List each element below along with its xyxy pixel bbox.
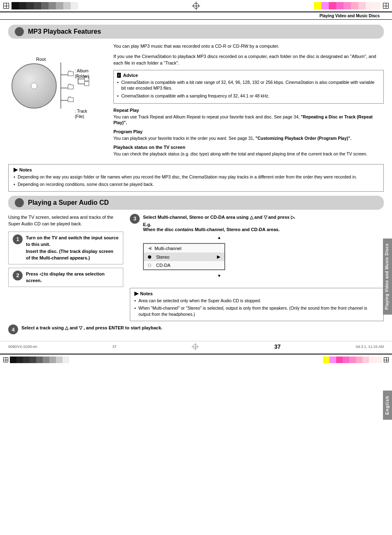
step3-container: 3 Select Multi-channel, Stereo or CD-DA … — [130, 214, 384, 285]
playback-status-section: Playback status on the TV screen You can… — [113, 145, 384, 157]
step4-content: Select a track using △ and ▽ , and press… — [21, 324, 162, 331]
repeat-play-title: Repeat Play — [113, 108, 384, 113]
album-folder-icon-3 — [68, 97, 74, 102]
tv-row-multichannel: ◀ Multi-channel — [144, 244, 224, 252]
advice-item-2: CinemaStation is compatible with a sampl… — [117, 93, 380, 99]
playing-video-side-tab: Playing Video and Music Discs — [383, 239, 392, 315]
footer-right: 04.3.1, 11:15 AM — [356, 345, 384, 349]
color-swatches-bottom-right — [323, 357, 382, 363]
playback-status-text: You can check the playback status (e.g. … — [113, 151, 384, 157]
advice-list: CinemaStation is compatible with a bit r… — [117, 79, 380, 99]
cdda-dot-empty — [148, 264, 151, 267]
album-label: : Album(Folder) — [75, 68, 89, 79]
advice-box: i Advice CinemaStation is compatible wit… — [113, 70, 384, 104]
sacd-content: Using the TV screen, selected area and t… — [0, 214, 392, 325]
sacd-steps-right: 3 Select Multi-channel, Stereo or CD-DA … — [130, 214, 384, 325]
sacd-intro: Using the TV screen, selected area and t… — [8, 214, 123, 227]
album-folder-icon-1 — [68, 72, 74, 76]
playback-status-title: Playback status on the TV screen — [113, 145, 384, 150]
stereo-arrow-right: ▶ — [217, 254, 220, 259]
bottom-crosshair — [191, 343, 199, 350]
color-swatches-bottom-left — [10, 357, 69, 363]
repeat-play-section: Repeat Play You can use Track Repeat and… — [113, 108, 384, 126]
repeat-play-text: You can use Track Repeat and Album Repea… — [113, 114, 384, 126]
color-swatches-top-left — [12, 2, 78, 9]
mp3-right-content: You can play MP3 music that was recorded… — [113, 43, 384, 160]
step2-box: 2 Press ◁ to display the area selection … — [8, 268, 123, 287]
sacd-notes-box: ▶ Notes Area can be selected only when t… — [130, 288, 384, 321]
footer-center-left: 37 — [112, 345, 116, 349]
advice-title: i Advice — [117, 73, 380, 78]
sacd-note-1: Area can be selected only when the Super… — [134, 298, 379, 304]
mp3-intro-1: You can play MP3 music that was recorded… — [113, 43, 384, 50]
step2-content: Press ◁ to display the area selection sc… — [26, 271, 119, 284]
mp3-notes-title: ▶ Notes — [14, 167, 378, 172]
mp3-notes-box: ▶ Notes Depending on the way you assign … — [8, 164, 384, 191]
sacd-notes-list: Area can be selected only when the Super… — [134, 298, 379, 317]
step1-content: Turn on the TV and switch the input sour… — [26, 234, 119, 262]
step3-content: Select Multi-channel, Stereo or CD-DA ar… — [143, 214, 295, 285]
tv-row-cdda: CD-DA — [144, 261, 224, 269]
step4-container: 4 Select a track using △ and ▽ , and pre… — [0, 324, 392, 334]
tree-diagram-svg — [8, 51, 99, 137]
step3-circle: 3 — [130, 214, 140, 224]
step2-circle: 2 — [13, 271, 23, 280]
mp3-note-2: Depending on recording conditions, some … — [14, 181, 378, 188]
notes-arrow-icon: ▶ — [14, 167, 18, 172]
english-side-tab: English — [383, 391, 392, 420]
step4-circle: 4 — [8, 324, 18, 334]
mp3-main-content: Root — [0, 43, 392, 160]
mp3-section-header: MP3 Playback Features — [8, 25, 384, 39]
tv-row-stereo: Stereo ▶ — [144, 252, 224, 261]
footer-left: 009DVX-S200-en — [8, 345, 37, 349]
track-label: : Track(File) — [75, 109, 87, 119]
mp3-section-icon — [15, 27, 24, 36]
page-number: 37 — [274, 343, 281, 350]
mp3-intro-2: If you use the CinemaStation to playback… — [113, 53, 384, 67]
sacd-steps-left: Using the TV screen, selected area and t… — [8, 214, 123, 325]
mp3-notes-list: Depending on the way you assign folder o… — [14, 174, 378, 187]
step1-circle: 1 — [13, 234, 23, 244]
step1-box: 1 Turn on the TV and switch the input so… — [8, 232, 123, 264]
sacd-notes-arrow-icon: ▶ — [134, 291, 138, 296]
color-swatches-top-right — [314, 2, 380, 9]
program-play-title: Program Play — [113, 129, 384, 134]
center-crosshair — [192, 2, 200, 10]
tv-screen: ◀ Multi-channel Stereo ▶ CD-DA — [143, 243, 225, 270]
mp3-note-1: Depending on the way you assign folder o… — [14, 174, 378, 180]
sacd-section-header: Playing a Super Audio CD — [8, 196, 384, 210]
sacd-notes-title: ▶ Notes — [134, 291, 379, 296]
stereo-dot — [148, 255, 151, 259]
program-play-section: Program Play You can playback your favor… — [113, 129, 384, 141]
page-footer: 009DVX-S200-en 37 37 04.3.1, 11:15 AM — [0, 341, 392, 352]
advice-icon: i — [117, 73, 121, 78]
advice-item-1: CinemaStation is compatible with a bit r… — [117, 79, 380, 91]
multichannel-arrow-left: ◀ — [148, 245, 151, 251]
disc-diagram-column: Root — [8, 43, 107, 160]
sacd-section-title: Playing a Super Audio CD — [28, 199, 109, 206]
program-play-text: You can playback your favorite tracks in… — [113, 135, 384, 141]
step3-eg: E.g. When the disc contains Multi-channe… — [143, 222, 295, 232]
track-icon-2 — [84, 81, 89, 86]
mp3-section-title: MP3 Playback Features — [28, 28, 101, 35]
sacd-note-2: When "Multi-channel" or "Stereo" is sele… — [134, 305, 379, 317]
sacd-section-icon — [15, 198, 24, 207]
header-section-title: Playing Video and Music Discs — [319, 14, 380, 18]
bottom-bar — [0, 354, 392, 365]
step3-text: Select Multi-channel, Stereo or CD-DA ar… — [143, 214, 295, 221]
album-folder-icon-2 — [68, 85, 74, 89]
tv-screen-container: ▲ ◀ Multi-channel Stereo ▶ — [143, 235, 295, 278]
